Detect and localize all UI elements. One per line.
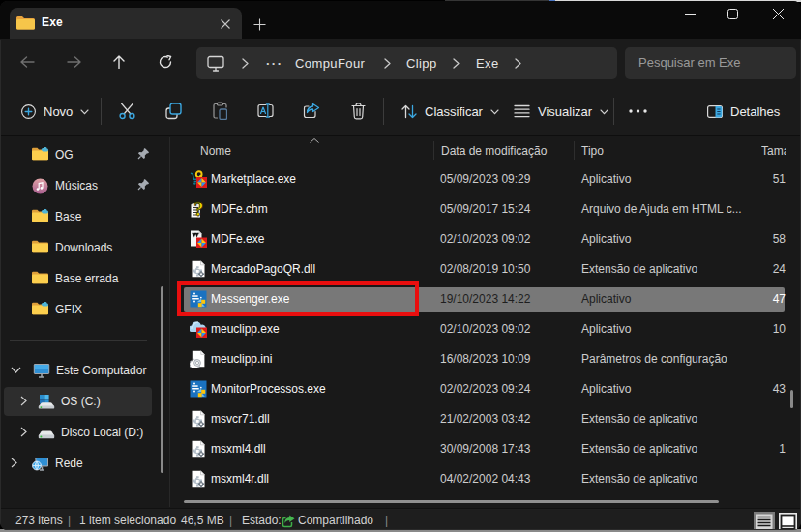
svg-text:?: ? — [194, 200, 204, 218]
